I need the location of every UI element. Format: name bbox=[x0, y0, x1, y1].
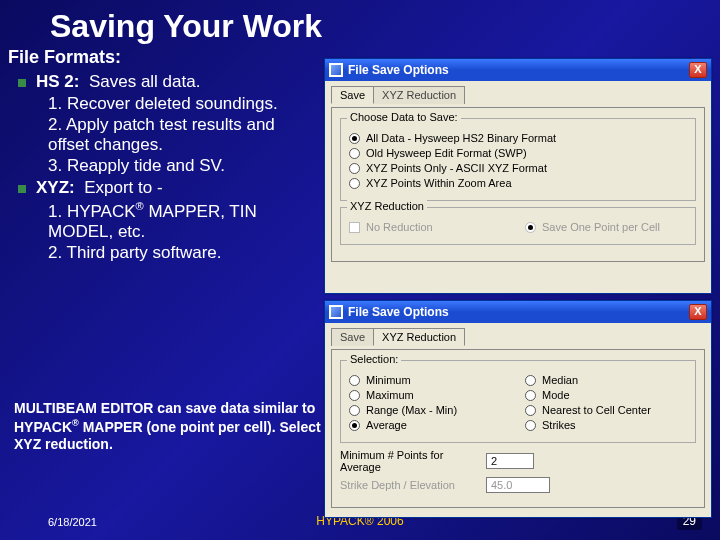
radio-icon bbox=[349, 163, 360, 174]
footer-date: 6/18/2021 bbox=[48, 516, 97, 528]
input-strike-depth: 45.0 bbox=[486, 477, 550, 493]
bullet-list: HS 2: Saves all data. 1. Recover deleted… bbox=[0, 72, 320, 263]
bullet-hs2-label: HS 2: bbox=[36, 72, 79, 91]
note-text: MULTIBEAM EDITOR can save data similar t… bbox=[14, 400, 324, 453]
titlebar[interactable]: File Save Options X bbox=[325, 301, 711, 323]
hs2-item-2: 2. Apply patch test results and offset c… bbox=[36, 115, 320, 155]
app-icon bbox=[329, 305, 343, 319]
radio-icon bbox=[525, 222, 536, 233]
checkbox-icon bbox=[349, 222, 360, 233]
tab-save[interactable]: Save bbox=[331, 328, 374, 346]
bullet-xyz-desc: Export to - bbox=[84, 178, 162, 197]
field-min-points-label: Minimum # Points for Average bbox=[340, 449, 480, 473]
app-icon bbox=[329, 63, 343, 77]
opt-all-data[interactable]: All Data - Hysweep HS2 Binary Format bbox=[349, 132, 687, 144]
bullet-hs2: HS 2: Saves all data. bbox=[36, 72, 320, 92]
xyz-panel: Selection: Minimum Maximum Range (Max - … bbox=[331, 349, 705, 508]
group-selection: Selection: Minimum Maximum Range (Max - … bbox=[340, 360, 696, 443]
opt-nearest[interactable]: Nearest to Cell Center bbox=[525, 404, 687, 416]
opt-xyz-zoom[interactable]: XYZ Points Within Zoom Area bbox=[349, 177, 687, 189]
group-xyz-reduction: XYZ Reduction No Reduction Save One Poin… bbox=[340, 207, 696, 245]
opt-one-point-per-cell: Save One Point per Cell bbox=[525, 221, 687, 233]
field-min-points: Minimum # Points for Average 2 bbox=[340, 449, 696, 473]
opt-mode[interactable]: Mode bbox=[525, 389, 687, 401]
save-panel: Choose Data to Save: All Data - Hysweep … bbox=[331, 107, 705, 262]
group-choose-data-legend: Choose Data to Save: bbox=[347, 111, 461, 123]
tabstrip: Save XYZ Reduction bbox=[331, 327, 705, 345]
radio-icon bbox=[349, 148, 360, 159]
radio-icon bbox=[525, 420, 536, 431]
bullet-xyz: XYZ: Export to - bbox=[36, 178, 320, 198]
hs2-item-3: 3. Reapply tide and SV. bbox=[36, 156, 320, 176]
bullet-hs2-desc: Saves all data. bbox=[89, 72, 201, 91]
group-choose-data: Choose Data to Save: All Data - Hysweep … bbox=[340, 118, 696, 201]
radio-icon bbox=[525, 390, 536, 401]
dialog-title: File Save Options bbox=[348, 63, 449, 77]
field-strike-depth: Strike Depth / Elevation 45.0 bbox=[340, 477, 696, 493]
radio-icon bbox=[349, 375, 360, 386]
xyz-item-1: 1. HYPACK® MAPPER, TIN MODEL, etc. bbox=[36, 200, 320, 242]
input-min-points[interactable]: 2 bbox=[486, 453, 534, 469]
radio-icon bbox=[525, 405, 536, 416]
radio-icon bbox=[349, 390, 360, 401]
close-button[interactable]: X bbox=[689, 304, 707, 320]
group-selection-legend: Selection: bbox=[347, 353, 401, 365]
titlebar[interactable]: File Save Options X bbox=[325, 59, 711, 81]
radio-icon bbox=[349, 420, 360, 431]
slide-title: Saving Your Work bbox=[0, 0, 720, 47]
field-strike-depth-label: Strike Depth / Elevation bbox=[340, 479, 480, 491]
opt-strikes[interactable]: Strikes bbox=[525, 419, 687, 431]
radio-icon bbox=[525, 375, 536, 386]
opt-average[interactable]: Average bbox=[349, 419, 511, 431]
group-xyz-reduction-legend: XYZ Reduction bbox=[347, 200, 427, 212]
hs2-item-1: 1. Recover deleted soundings. bbox=[36, 94, 320, 114]
tab-save[interactable]: Save bbox=[331, 86, 374, 104]
radio-icon bbox=[349, 178, 360, 189]
opt-minimum[interactable]: Minimum bbox=[349, 374, 511, 386]
radio-icon bbox=[349, 405, 360, 416]
dialog-save-options-top: File Save Options X Save XYZ Reduction C… bbox=[324, 58, 712, 294]
close-button[interactable]: X bbox=[689, 62, 707, 78]
dialog-save-options-bottom: File Save Options X Save XYZ Reduction S… bbox=[324, 300, 712, 518]
opt-maximum[interactable]: Maximum bbox=[349, 389, 511, 401]
opt-range[interactable]: Range (Max - Min) bbox=[349, 404, 511, 416]
opt-old-format[interactable]: Old Hysweep Edit Format (SWP) bbox=[349, 147, 687, 159]
radio-icon bbox=[349, 133, 360, 144]
opt-xyz-only[interactable]: XYZ Points Only - ASCII XYZ Format bbox=[349, 162, 687, 174]
tab-xyz-reduction[interactable]: XYZ Reduction bbox=[373, 86, 465, 104]
tab-xyz-reduction[interactable]: XYZ Reduction bbox=[373, 328, 465, 346]
chk-no-reduction: No Reduction bbox=[349, 221, 511, 233]
xyz-item-2: 2. Third party software. bbox=[36, 243, 320, 263]
opt-median[interactable]: Median bbox=[525, 374, 687, 386]
bullet-xyz-label: XYZ: bbox=[36, 178, 75, 197]
dialog-title: File Save Options bbox=[348, 305, 449, 319]
tabstrip: Save XYZ Reduction bbox=[331, 85, 705, 103]
